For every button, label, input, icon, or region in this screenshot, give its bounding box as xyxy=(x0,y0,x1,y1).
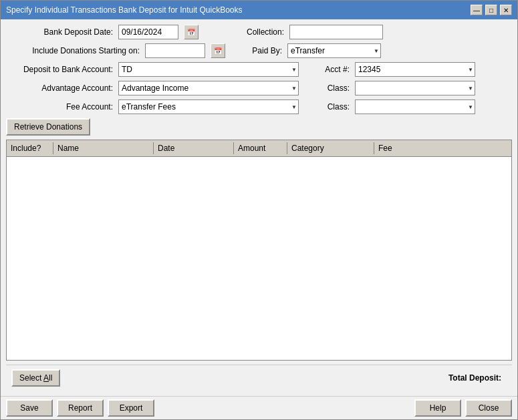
advantage-account-select-wrapper: Advantage Income xyxy=(118,81,299,95)
row-bank-deposit: Bank Deposit Date: 📅 Collection: xyxy=(6,25,512,39)
row-advantage-account: Advantage Account: Advantage Income Clas… xyxy=(6,81,512,95)
row-deposit-bank: Deposit to Bank Account: TD Acct #: 1234… xyxy=(6,62,512,77)
fee-account-select-wrapper: eTransfer Fees xyxy=(118,99,299,114)
col-category: Category xyxy=(287,142,374,154)
paid-by-select-wrapper: eTransfer Cash Check Credit Card xyxy=(287,43,381,58)
include-donations-calendar-button[interactable]: 📅 xyxy=(211,43,225,58)
save-button[interactable]: Save xyxy=(6,399,53,417)
deposit-bank-select[interactable]: TD xyxy=(118,62,299,77)
row-include-donations: Include Donations Starting on: 📅 Paid By… xyxy=(6,43,512,58)
class-select-1[interactable] xyxy=(355,81,475,95)
paid-by-select[interactable]: eTransfer Cash Check Credit Card xyxy=(287,43,381,58)
retrieve-donations-button[interactable]: Retrieve Donations xyxy=(6,118,90,136)
footer-left-buttons: Save Report Export xyxy=(6,399,154,417)
table-body xyxy=(7,157,511,360)
close-button[interactable]: Close xyxy=(465,399,512,417)
fee-account-label: Fee Account: xyxy=(6,102,113,112)
row-fee-account: Fee Account: eTransfer Fees Class: xyxy=(6,99,512,114)
fee-account-select[interactable]: eTransfer Fees xyxy=(118,99,299,114)
title-bar-buttons: — □ ✕ xyxy=(471,5,512,15)
class-select-1-wrapper xyxy=(355,81,475,95)
col-amount: Amount xyxy=(234,142,287,154)
col-include: Include? xyxy=(7,142,53,154)
class-label-1: Class: xyxy=(316,83,350,93)
table-header: Include? Name Date Amount Category Fee xyxy=(7,140,511,157)
class-label-2: Class: xyxy=(316,102,350,112)
acct-num-select[interactable]: 12345 xyxy=(355,62,475,77)
bank-deposit-date-calendar-button[interactable]: 📅 xyxy=(184,25,199,39)
bank-deposit-date-label: Bank Deposit Date: xyxy=(6,27,113,37)
footer-bar: Save Report Export Help Close xyxy=(1,396,517,419)
deposit-bank-select-wrapper: TD xyxy=(118,62,299,77)
main-window: Specify Individual Transactions Bank Dep… xyxy=(0,0,518,420)
bottom-bar: Select All Total Deposit: xyxy=(6,365,512,391)
paid-by-label: Paid By: xyxy=(245,46,282,55)
collection-label: Collection: xyxy=(236,27,284,37)
close-window-button[interactable]: ✕ xyxy=(500,5,512,15)
include-donations-label: Include Donations Starting on: xyxy=(6,46,140,55)
minimize-button[interactable]: — xyxy=(471,5,483,15)
help-button[interactable]: Help xyxy=(414,399,461,417)
total-deposit-label: Total Deposit: xyxy=(448,373,501,383)
class-select-2[interactable] xyxy=(355,99,475,114)
include-donations-input[interactable] xyxy=(145,43,205,58)
advantage-account-select[interactable]: Advantage Income xyxy=(118,81,299,95)
title-bar: Specify Individual Transactions Bank Dep… xyxy=(1,1,517,19)
class-select-2-wrapper xyxy=(355,99,475,114)
donations-table: Include? Name Date Amount Category Fee xyxy=(6,140,512,361)
content-area: Bank Deposit Date: 📅 Collection: Include… xyxy=(1,19,517,396)
bank-deposit-date-input[interactable] xyxy=(118,25,178,39)
select-all-button[interactable]: Select All xyxy=(11,369,60,387)
export-button[interactable]: Export xyxy=(108,399,154,417)
col-date: Date xyxy=(154,142,234,154)
deposit-bank-label: Deposit to Bank Account: xyxy=(6,65,113,74)
collection-input[interactable] xyxy=(289,25,383,39)
col-name: Name xyxy=(53,142,154,154)
footer-right-buttons: Help Close xyxy=(414,399,512,417)
col-fee: Fee xyxy=(374,142,441,154)
advantage-account-label: Advantage Account: xyxy=(6,83,113,93)
window-title: Specify Individual Transactions Bank Dep… xyxy=(6,5,243,15)
report-button[interactable]: Report xyxy=(57,399,104,417)
acct-num-label: Acct #: xyxy=(316,65,350,74)
acct-num-select-wrapper: 12345 xyxy=(355,62,475,77)
maximize-button[interactable]: □ xyxy=(485,5,497,15)
retrieve-row: Retrieve Donations xyxy=(6,118,512,136)
